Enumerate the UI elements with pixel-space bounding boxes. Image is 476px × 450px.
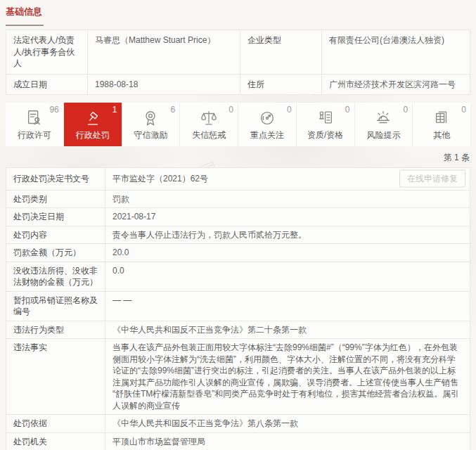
tab-count-badge: 6 <box>171 105 176 115</box>
basic-info-label: 住所 <box>240 74 322 95</box>
penalty-label: 处罚类别 <box>6 190 105 208</box>
tab-label: 行政许可 <box>18 129 51 141</box>
table-row: 处罚机关 平顶山市市场监督管理局 <box>6 432 470 450</box>
penalty-label: 处罚机关 <box>6 432 105 450</box>
penalty-value: 当事人在该产品外包装正面用较大字体标注“去除99%细菌#”（“99%”字体为红色… <box>105 339 470 415</box>
tab-count-badge: 0 <box>461 105 466 115</box>
tab-count-badge: 0 <box>287 105 292 115</box>
section-title-underline <box>6 25 44 26</box>
tab-label: 其他 <box>433 129 450 141</box>
tab-count-badge: 0 <box>345 105 350 115</box>
table-row: 罚款金额（万元） 20.0 <box>6 244 470 262</box>
penalty-label: 没收违法所得、没收非法财物的金额（万元） <box>6 262 105 291</box>
tab-label: 风险提示 <box>366 129 400 141</box>
certificate-icon <box>316 109 335 127</box>
tab-count-badge: 0 <box>229 105 233 115</box>
basic-info-label: 企业类型 <box>240 30 322 75</box>
penalty-label: 处罚内容 <box>6 226 105 244</box>
scale-icon <box>200 109 218 127</box>
section-title: 基础信息 <box>6 4 470 18</box>
grid-icon <box>432 109 451 127</box>
basic-info-table: 法定代表人/负责人/执行事务合伙人 马睿思（Matthew Stuart Pri… <box>6 30 470 95</box>
basic-info-label: 成立日期 <box>6 74 88 95</box>
penalty-value: 平市监处字（2021）62号 在线申请修复 <box>105 168 470 191</box>
penalty-value: — — <box>105 291 470 321</box>
table-row: 法定代表人/负责人/执行事务合伙人 马睿思（Matthew Stuart Pri… <box>6 30 470 75</box>
penalty-value: 20.0 <box>105 244 470 262</box>
license-icon <box>25 109 44 127</box>
penalty-label: 违法事实 <box>6 339 105 415</box>
table-row: 行政处罚决定书文号 平市监处字（2021）62号 在线申请修复 <box>6 168 470 191</box>
record-index: 第 1 条 <box>6 152 470 164</box>
tab-shixinchengjie[interactable]: 0 失信惩戒 <box>180 103 238 146</box>
penalty-detail-table: 行政处罚决定书文号 平市监处字（2021）62号 在线申请修复 处罚类别 罚款 … <box>6 167 470 450</box>
penalty-doc-number: 平市监处字（2021）62号 <box>112 174 208 184</box>
tab-qita[interactable]: 0 其他 <box>413 103 470 146</box>
table-row: 处罚类别 罚款 <box>6 190 470 208</box>
table-row: 处罚决定日期 2021-08-17 <box>6 208 470 226</box>
penalty-value: 2021-08-17 <box>105 208 470 226</box>
credit-category-tabs: 96 行政许可 1 <box>6 103 470 146</box>
penalty-label: 行政处罚决定书文号 <box>6 168 105 191</box>
tab-zizhizige[interactable]: 0 资质/资格 <box>297 103 355 146</box>
penalty-value: 平顶山市市场监督管理局 <box>105 432 470 450</box>
penalty-label: 违法行为类型 <box>6 321 105 339</box>
alarm-icon <box>374 109 392 127</box>
tab-label: 重点关注 <box>250 129 284 141</box>
tab-xingzhengxuke[interactable]: 96 行政许可 <box>6 103 64 146</box>
penalty-label: 暂扣或吊销证照名称及编号 <box>6 291 105 321</box>
gauge-icon <box>258 109 276 127</box>
table-row: 违法事实 当事人在该产品外包装正面用较大字体标注“去除99%细菌#”（“99%”… <box>6 339 470 415</box>
penalty-value: 《中华人民共和国反不正当竞争法》第八条第一款 <box>105 415 470 433</box>
penalty-label: 处罚决定日期 <box>6 208 105 226</box>
tab-count-badge: 0 <box>404 105 409 115</box>
tab-xingzhengchufa[interactable]: 1 行政处罚 <box>64 103 122 146</box>
penalty-value: 罚款 <box>105 190 470 208</box>
basic-info-label: 法定代表人/负责人/执行事务合伙人 <box>6 30 88 75</box>
table-row: 成立日期 1988-08-18 住所 广州市经济技术开发区滨河路一号 <box>6 74 470 95</box>
online-repair-button[interactable]: 在线申请修复 <box>399 170 465 188</box>
tab-label: 资质/资格 <box>307 129 343 141</box>
basic-info-value: 广州市经济技术开发区滨河路一号 <box>322 74 470 95</box>
tab-label: 行政处罚 <box>76 129 110 141</box>
tab-count-badge: 96 <box>49 105 58 115</box>
medal-icon <box>141 109 160 127</box>
tab-shouxinjili[interactable]: 6 守信激励 <box>122 103 181 146</box>
tab-count-badge: 1 <box>112 105 117 115</box>
tab-label: 失信惩戒 <box>192 129 226 141</box>
tab-label: 守信激励 <box>134 129 167 141</box>
penalty-label: 处罚依据 <box>6 415 105 433</box>
table-row: 暂扣或吊销证照名称及编号 — — <box>6 291 470 321</box>
table-row: 没收违法所得、没收非法财物的金额（万元） 0.0 <box>6 262 470 291</box>
tab-fengxiantishi[interactable]: 0 风险提示 <box>355 103 413 146</box>
penalty-label: 罚款金额（万元） <box>6 244 105 262</box>
penalty-value: 责令当事人停止违法行为，罚款人民币贰拾万元整。 <box>105 226 470 244</box>
penalty-value: 0.0 <box>105 262 470 291</box>
basic-info-value: 马睿思（Matthew Stuart Price） <box>88 30 240 75</box>
basic-info-value: 1988-08-18 <box>88 74 240 95</box>
table-row: 违法行为类型 《中华人民共和国反不正当竞争法》第二十条第一款 <box>6 321 470 339</box>
table-row: 处罚依据 《中华人民共和国反不正当竞争法》第八条第一款 <box>6 415 470 433</box>
penalty-value: 《中华人民共和国反不正当竞争法》第二十条第一款 <box>105 321 470 339</box>
gavel-icon <box>84 109 102 127</box>
page-content: 基础信息 法定代表人/负责人/执行事务合伙人 马睿思（Matthew Stuar… <box>0 0 476 450</box>
tab-zhongdianguanzhu[interactable]: 0 重点关注 <box>238 103 297 146</box>
table-row: 处罚内容 责令当事人停止违法行为，罚款人民币贰拾万元整。 <box>6 226 470 244</box>
basic-info-value: 有限责任公司(台港澳法人独资) <box>322 30 470 75</box>
